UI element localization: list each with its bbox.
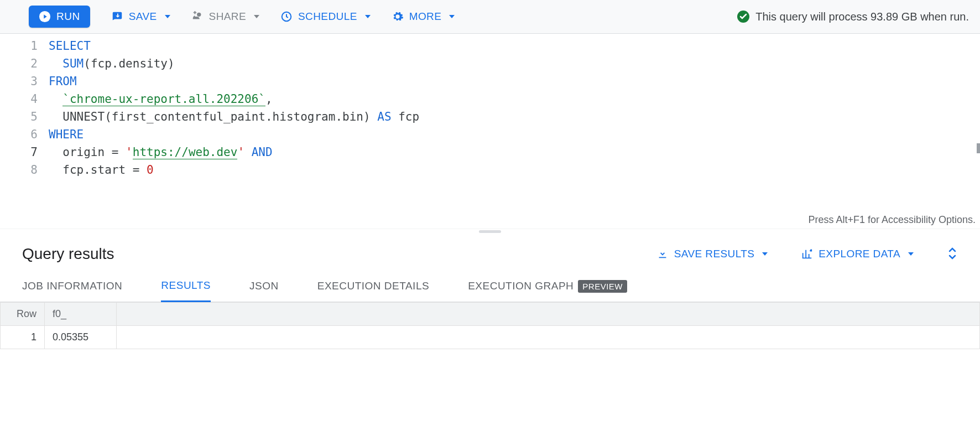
more-label: MORE (409, 11, 442, 23)
sql-punct: , (265, 92, 273, 106)
col-header-empty (117, 303, 980, 326)
minimap-cursor-icon (977, 143, 980, 153)
sql-editor[interactable]: 1 2 3 4 5 6 7 8 SELECT SUM(fcp.density) … (0, 34, 980, 229)
more-button[interactable]: MORE (392, 11, 455, 23)
save-label: SAVE (129, 11, 157, 23)
sql-function: UNNEST (62, 110, 105, 123)
chevron-down-icon (762, 252, 768, 256)
line-number: 2 (0, 55, 38, 72)
chevron-down-icon (165, 15, 170, 18)
save-button[interactable]: SAVE (111, 11, 170, 23)
tab-execution-details[interactable]: EXECUTION DETAILS (317, 271, 429, 301)
download-icon (656, 248, 669, 260)
play-icon (39, 11, 51, 23)
save-results-button[interactable]: SAVE RESULTS (656, 248, 768, 260)
share-button[interactable]: SHARE (191, 11, 259, 23)
table-header-row: Row f0_ (1, 303, 980, 326)
line-number: 8 (0, 161, 38, 179)
preview-badge: PREVIEW (578, 280, 627, 293)
schedule-label: SCHEDULE (298, 11, 357, 23)
chart-icon (801, 248, 813, 260)
explore-data-button[interactable]: EXPLORE DATA (801, 248, 914, 260)
run-button[interactable]: RUN (29, 6, 90, 28)
save-results-label: SAVE RESULTS (674, 248, 755, 260)
sql-identifier: (first_contentful_paint.histogram.bin) (105, 110, 370, 123)
status-text: This query will process 93.89 GB when ru… (755, 11, 969, 23)
sql-identifier: (fcp.density) (84, 57, 174, 70)
run-label: RUN (56, 11, 80, 23)
line-number: 5 (0, 108, 38, 126)
query-toolbar: RUN SAVE SHARE SCHEDULE MORE This qu (0, 0, 980, 34)
sql-keyword: FROM (49, 75, 77, 88)
tab-json[interactable]: JSON (249, 271, 279, 301)
col-header-f0: f0_ (45, 303, 117, 326)
sql-string: ' (237, 146, 244, 159)
results-title: Query results (22, 245, 114, 263)
chevron-down-icon (365, 15, 371, 18)
sql-keyword: SELECT (49, 39, 91, 53)
explore-data-label: EXPLORE DATA (819, 248, 900, 260)
chevron-down-icon (908, 252, 914, 256)
chevron-down-icon (449, 15, 455, 18)
sql-identifier: origin = (62, 146, 126, 159)
results-tabs: JOB INFORMATION RESULTS JSON EXECUTION D… (0, 271, 980, 302)
check-circle-icon (737, 10, 750, 23)
results-table: Row f0_ 1 0.05355 (0, 302, 980, 349)
gear-icon (392, 11, 404, 23)
sql-number: 0 (147, 163, 154, 177)
table-row[interactable]: 1 0.05355 (1, 326, 980, 349)
clock-icon (280, 11, 293, 23)
cell-empty (117, 326, 980, 349)
sql-function: SUM (62, 57, 84, 70)
resize-handle[interactable] (0, 229, 980, 234)
sql-string-url: https://web.dev (133, 146, 238, 159)
chevron-down-icon (254, 15, 259, 18)
line-number: 4 (0, 90, 38, 108)
collapse-toggle[interactable] (947, 246, 958, 262)
schedule-button[interactable]: SCHEDULE (280, 11, 371, 23)
query-validation-status: This query will process 93.89 GB when ru… (737, 10, 969, 23)
sql-string: ' (126, 146, 133, 159)
code-area[interactable]: SELECT SUM(fcp.density) FROM `chrome-ux-… (49, 37, 980, 179)
sql-table-ref: `chrome-ux-report.all.202206` (62, 92, 265, 106)
save-icon (111, 11, 123, 23)
line-number: 1 (0, 37, 38, 55)
tab-execution-graph[interactable]: EXECUTION GRAPH PREVIEW (468, 271, 627, 302)
col-header-row: Row (1, 303, 45, 326)
results-header: Query results SAVE RESULTS EXPLORE DATA (0, 234, 980, 271)
tab-results[interactable]: RESULTS (161, 271, 211, 302)
sql-identifier: fcp.start = (62, 163, 147, 177)
sql-keyword: AS (377, 110, 391, 123)
share-icon (191, 11, 204, 23)
sql-keyword: AND (244, 146, 273, 159)
accessibility-hint: Press Alt+F1 for Accessibility Options. (808, 211, 976, 229)
line-number: 6 (0, 126, 38, 143)
tab-job-information[interactable]: JOB INFORMATION (22, 271, 122, 301)
grip-icon (479, 230, 501, 233)
share-label: SHARE (209, 11, 246, 23)
line-number-gutter: 1 2 3 4 5 6 7 8 (0, 37, 49, 179)
svg-point-1 (197, 13, 201, 17)
cell-value: 0.05355 (45, 326, 117, 349)
row-number: 1 (1, 326, 45, 349)
sql-keyword: WHERE (49, 128, 84, 141)
line-number: 3 (0, 72, 38, 90)
line-number: 7 (0, 143, 38, 161)
sql-identifier: fcp (392, 110, 420, 123)
